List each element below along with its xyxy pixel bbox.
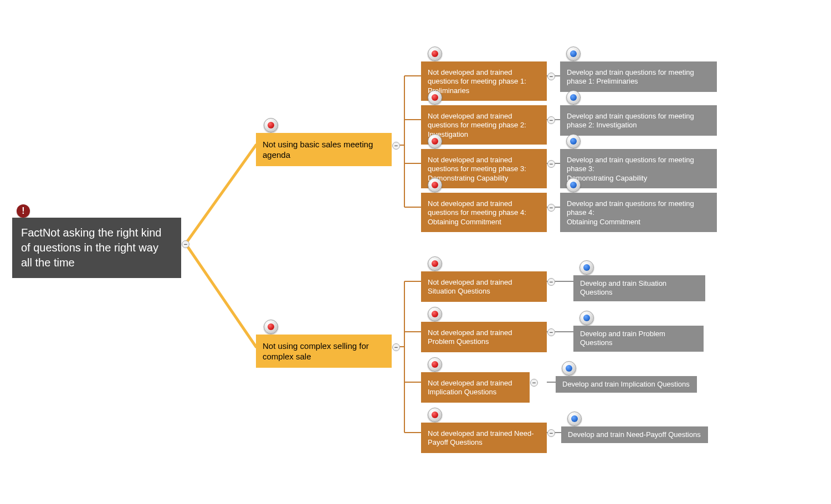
problem-node[interactable]: Not developed and trained Problem Questi…	[421, 322, 547, 352]
action-node[interactable]: Develop and train questions for meeting …	[560, 61, 717, 92]
blue-badge-icon	[566, 90, 581, 105]
blue-badge-icon	[579, 311, 594, 325]
problem-node[interactable]: Not developed and trained questions for …	[421, 193, 547, 232]
collapse-toggle[interactable]: −	[547, 160, 555, 168]
action-node[interactable]: Develop and train questions for meeting …	[560, 193, 717, 232]
root-label: FactNot asking the right kind of questio…	[21, 227, 161, 269]
blue-badge-icon	[566, 47, 581, 61]
collapse-toggle[interactable]: −	[547, 116, 555, 124]
red-badge-icon	[428, 178, 442, 192]
branch-node[interactable]: Not using complex selling for complex sa…	[256, 335, 392, 368]
action-label: Develop and train questions for meeting …	[567, 156, 694, 182]
svg-line-1	[186, 244, 256, 347]
red-badge-icon	[264, 320, 278, 334]
collapse-toggle[interactable]: −	[547, 73, 555, 80]
collapse-toggle[interactable]: −	[530, 379, 538, 387]
branch-node[interactable]: Not using basic sales meeting agenda	[256, 133, 392, 166]
red-badge-icon	[428, 134, 442, 148]
alert-icon: !	[17, 204, 30, 218]
action-label: Develop and train questions for meeting …	[567, 112, 694, 129]
root-node[interactable]: FactNot asking the right kind of questio…	[12, 218, 181, 278]
action-label: Develop and train questions for meeting …	[567, 68, 694, 85]
action-label: Develop and train Need-Payoff Questions	[568, 430, 701, 439]
problem-label: Not developed and trained questions for …	[428, 156, 526, 182]
collapse-toggle[interactable]: −	[547, 429, 555, 437]
blue-badge-icon	[566, 178, 581, 192]
problem-node[interactable]: Not developed and trained Need-Payoff Qu…	[421, 423, 547, 453]
problem-node[interactable]: Not developed and trained Situation Ques…	[421, 271, 547, 302]
action-label: Develop and train questions for meeting …	[567, 199, 694, 226]
action-node[interactable]: Develop and train Need-Payoff Questions	[561, 426, 708, 443]
problem-label: Not developed and trained questions for …	[428, 199, 526, 226]
problem-label: Not developed and trained Problem Questi…	[428, 328, 512, 346]
red-badge-icon	[428, 408, 442, 422]
action-node[interactable]: Develop and train questions for meeting …	[560, 105, 717, 136]
branch-label: Not using basic sales meeting agenda	[263, 140, 373, 160]
collapse-toggle[interactable]: −	[392, 343, 400, 351]
action-label: Develop and train Implication Questions	[562, 380, 690, 388]
problem-label: Not developed and trained questions for …	[428, 112, 526, 138]
blue-badge-icon	[562, 361, 576, 376]
red-badge-icon	[428, 47, 442, 61]
action-node[interactable]: Develop and train Situation Questions	[573, 275, 705, 301]
blue-badge-icon	[567, 412, 582, 426]
collapse-toggle[interactable]: −	[547, 204, 555, 212]
action-label: Develop and train Situation Questions	[580, 279, 666, 296]
problem-node[interactable]: Not developed and trained Implication Qu…	[421, 372, 530, 403]
blue-badge-icon	[566, 134, 581, 148]
red-badge-icon	[428, 307, 442, 321]
action-node[interactable]: Develop and train Problem Questions	[573, 326, 704, 352]
blue-badge-icon	[579, 260, 594, 275]
collapse-toggle[interactable]: −	[547, 328, 555, 336]
red-badge-icon	[264, 118, 278, 132]
action-node[interactable]: Develop and train Implication Questions	[556, 376, 697, 393]
problem-label: Not developed and trained Implication Qu…	[428, 379, 512, 396]
branch-label: Not using complex selling for complex sa…	[263, 341, 369, 361]
red-badge-icon	[428, 90, 442, 105]
problem-label: Not developed and trained Need-Payoff Qu…	[428, 429, 534, 446]
red-badge-icon	[428, 357, 442, 372]
action-label: Develop and train Problem Questions	[580, 330, 665, 347]
collapse-toggle[interactable]: −	[392, 142, 400, 150]
collapse-toggle[interactable]: −	[547, 278, 555, 286]
problem-label: Not developed and trained questions for …	[428, 68, 526, 95]
collapse-toggle[interactable]: −	[182, 240, 189, 248]
action-node[interactable]: Develop and train questions for meeting …	[560, 149, 717, 188]
svg-line-0	[186, 145, 256, 244]
problem-label: Not developed and trained Situation Ques…	[428, 278, 512, 295]
red-badge-icon	[428, 256, 442, 271]
